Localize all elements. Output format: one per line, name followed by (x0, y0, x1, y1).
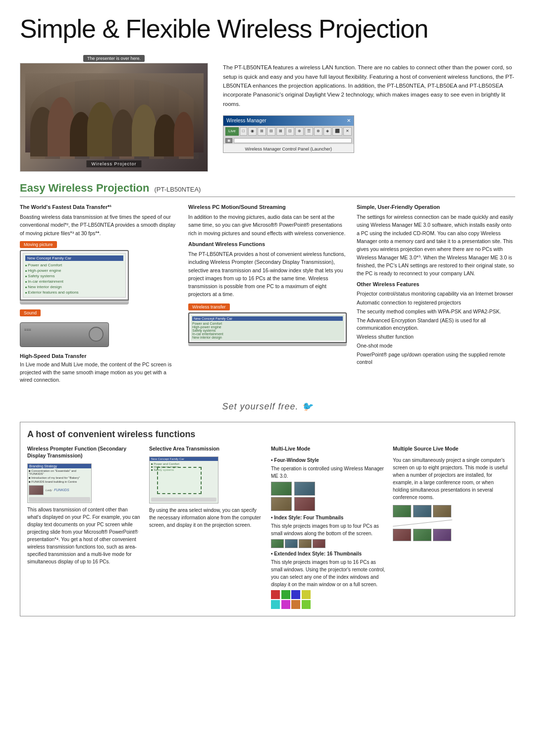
wm-title-text: Wireless Manager (226, 117, 267, 125)
wm-btn-7[interactable]: ⊕ (295, 127, 304, 136)
feature-col-1: The World's Fastest Data Transfer*¹ Boas… (20, 204, 178, 391)
feature-col1-text: Boasting wireless data transmission at f… (20, 213, 178, 237)
svg-line-0 (393, 520, 452, 526)
idx-thumb-2 (285, 539, 298, 548)
feature-item-2: Automatic connection to registered proje… (357, 299, 515, 307)
laptop-base (20, 301, 129, 304)
bottom-col1-heading: Wireless Prompter Function (Secondary Di… (27, 446, 142, 459)
laptop-list: Power and Comfort High-power engine Safe… (25, 262, 123, 295)
list-item: Safety systems (25, 273, 123, 279)
ext-sq-2 (281, 590, 290, 599)
intro-text-area: The PT-LB50NTEA features a wireless LAN … (223, 52, 515, 172)
highspeed-section: High-Speed Data Transfer In Live mode an… (20, 353, 178, 384)
demo-content: ■ Concentration on "Essentials" and "FUN… (28, 468, 91, 503)
right-screen-title: New Concept Family Car (192, 316, 343, 321)
feature-col3-heading2: Other Wireless Features (357, 281, 515, 287)
wm-btn-5[interactable]: ⊠ (276, 127, 285, 136)
bottom-col-3: Multi-Live Mode • Four-Window Style The … (271, 446, 386, 609)
thumb-2 (294, 482, 315, 496)
wireless-manager-box: Wireless Manager ✕ Live □ ◉ ⊞ ⊟ ⊠ ⊡ ⊕ ☰ … (223, 115, 354, 153)
list-item: New interior design (192, 336, 343, 339)
thumb-3 (271, 497, 292, 511)
wm-btn-1[interactable]: □ (240, 127, 247, 136)
idx-thumb-4 (313, 539, 325, 548)
col3-sub3-text: This style projects images from up to 16… (271, 558, 386, 588)
bottom-col-2: Selective Area Transmission New Concept … (149, 446, 264, 609)
wm-btn-11[interactable]: ⬛ (332, 127, 342, 136)
right-screen-list: Power and Comfort High-power engine Safe… (192, 322, 343, 339)
demo-bar (29, 497, 90, 502)
easy-title-text: Easy Wireless Projection (20, 182, 149, 195)
projector-image: Wireless Projector (20, 63, 208, 172)
feature-col3-heading1: Simple, User-Friendly Operation (357, 204, 515, 210)
laptop-base-right (188, 343, 347, 346)
bottom-col4-heading: Multiple Source Live Mode (393, 446, 508, 453)
wm-btn-8[interactable]: ☰ (305, 127, 313, 136)
page-title: Simple & Flexible Wireless Projection (20, 15, 515, 43)
projector-device-shape: ≡≡≡ (20, 322, 109, 347)
wm-btn-4[interactable]: ⊟ (267, 127, 275, 136)
selection-box (157, 467, 202, 494)
demo-titlebar: Branding Strategy (28, 464, 91, 468)
features-grid: The World's Fastest Data Transfer*¹ Boas… (20, 204, 515, 391)
wm-btn-12[interactable]: ✕ (343, 127, 352, 136)
ext-sq-4 (302, 590, 311, 599)
wm-caption: Wireless Manager Control Panel (Launcher… (223, 146, 354, 152)
highspeed-heading: High-Speed Data Transfer (20, 353, 178, 359)
list-item: In-car entertainment (192, 332, 343, 336)
wm-close-btn[interactable]: ✕ (347, 117, 351, 125)
feature-col2-text2: The PT-LB50NTEA provides a host of conve… (188, 250, 347, 299)
ext-sq-1 (271, 590, 280, 599)
wm-live-button[interactable]: Live (225, 127, 239, 136)
wm-btn-3[interactable]: ⊞ (258, 127, 266, 136)
wm-status-bar: ◉ (223, 137, 354, 144)
right-laptop-screen: New Concept Family Car Power and Comfort… (188, 312, 347, 343)
wm-titlebar: Wireless Manager ✕ (223, 116, 354, 126)
col3-sub2-heading: • Index Style: Four Thumbnails (271, 514, 386, 521)
src-thumb-6 (433, 529, 451, 541)
multi-source-grid-top (393, 505, 452, 517)
projector-image-wrap: The presenter is over here. Wireless Pro… (20, 52, 208, 172)
four-window-grid (271, 482, 316, 511)
moving-picture-label: Moving picture (20, 241, 57, 248)
feature-col1-heading: The World's Fastest Data Transfer*¹ (20, 204, 178, 210)
right-screen-inner: New Concept Family Car Power and Comfort… (191, 315, 344, 341)
list-item: In-car entertainment (25, 279, 123, 284)
demo-taskbar (151, 498, 216, 502)
col3-sub3-heading: • Extended Index Style: 16 Thumbnails (271, 550, 386, 557)
highspeed-text: In Live mode and Multi Live mode, the co… (20, 361, 178, 384)
src-thumb-1 (393, 505, 411, 517)
wm-btn-9[interactable]: ⊗ (314, 127, 322, 136)
projector-device-area: ≡≡≡ (20, 322, 178, 347)
easy-subtitle: (PT-LB50NTEA) (154, 186, 201, 193)
feature-item-5: Wireless shutter function (357, 333, 515, 341)
wireless-transfer-demo: Wireless transfer New Concept Family Car… (188, 303, 347, 346)
ext-sq-5 (271, 600, 280, 609)
thumb-1 (271, 482, 292, 496)
list-item: New interior design (25, 284, 123, 290)
wm-status-icon-1: ◉ (225, 138, 232, 143)
src-thumb-3 (433, 505, 451, 517)
list-item: High-power engine (192, 325, 343, 329)
bottom-title: A host of convenient wireless functions (27, 429, 508, 440)
sound-label: Sound (20, 309, 41, 316)
projector-image-label: Wireless Projector (86, 160, 141, 167)
branding-demo: Branding Strategy ■ Concentration on "Es… (27, 463, 92, 503)
idx-thumb-3 (299, 539, 312, 548)
wm-btn-2[interactable]: ◉ (248, 127, 257, 136)
wm-btn-6[interactable]: ⊡ (286, 127, 294, 136)
col3-sub1-heading: • Four-Window Style (271, 456, 386, 464)
ext-sq-6 (281, 600, 290, 609)
list-item: High-power engine (25, 268, 123, 273)
ext-sq-3 (291, 590, 300, 599)
wm-btn-10[interactable]: ◈ (323, 127, 331, 136)
selective-area-demo: New Concept Family Car ■ Power and Comfo… (149, 456, 218, 504)
feature-col-2: Wireless PC Motion/Sound Streaming In ad… (188, 204, 347, 391)
feature-col2-heading2: Abundant Wireless Functions (188, 241, 347, 247)
selective-demo-titlebar: New Concept Family Car (150, 457, 218, 461)
feature-item-4: The Advanced Encryption Standard (AES) i… (357, 317, 515, 333)
set-free-text: Set yourself free. 🐦 (20, 401, 515, 412)
idx-thumb-1 (271, 539, 284, 548)
top-section: The presenter is over here. Wireless Pro… (20, 52, 515, 172)
feature-item-6: One-shot mode (357, 342, 515, 350)
